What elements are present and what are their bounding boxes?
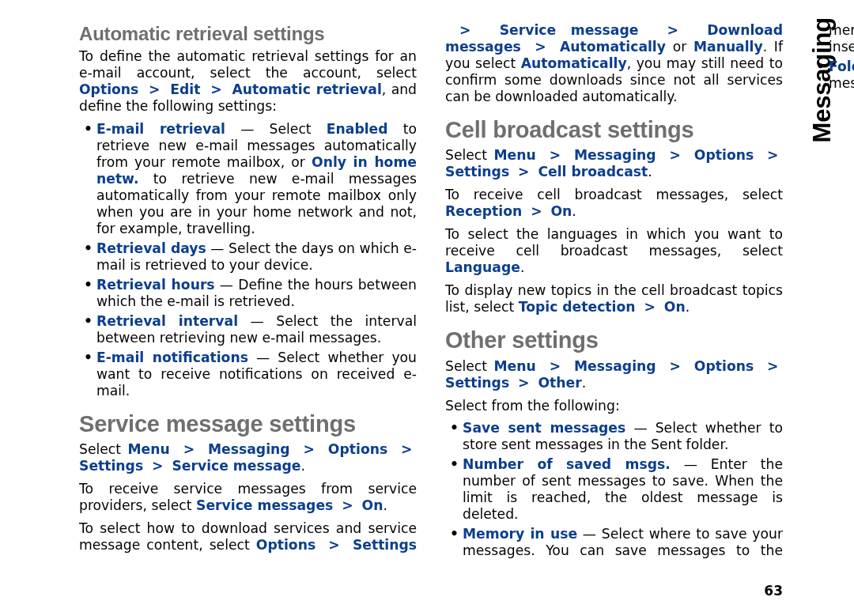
chevron-right-icon: >	[149, 81, 160, 97]
chevron-right-icon: >	[644, 299, 655, 315]
text: — Select	[225, 121, 327, 137]
automatically-label: Automatically	[521, 55, 627, 71]
settings-label: Settings	[445, 164, 509, 180]
text: .	[648, 164, 652, 180]
options-label: Options	[694, 147, 754, 163]
term-email-notifications: E-mail notifications	[96, 350, 248, 365]
page-number: 63	[764, 583, 783, 599]
chevron-right-icon: >	[152, 458, 163, 474]
list-item: Save sent messages — Select whether to s…	[445, 420, 783, 453]
term-retrieval-days: Retrieval days	[96, 240, 206, 256]
chevron-right-icon: >	[210, 81, 221, 97]
service-receive: To receive service messages from service…	[79, 481, 417, 514]
on-label: On	[550, 203, 572, 219]
term-number-saved: Number of saved msgs.	[463, 456, 671, 472]
text: To define the automatic retrieval settin…	[79, 48, 417, 81]
chevron-right-icon: >	[401, 441, 412, 457]
auto-intro: To define the automatic retrieval settin…	[79, 48, 417, 115]
content-columns: Automatic retrieval settings To define t…	[79, 22, 783, 561]
chevron-right-icon: >	[518, 164, 529, 180]
heading-other-settings: Other settings	[445, 327, 783, 354]
text: .	[383, 497, 387, 513]
menu-label: Menu	[128, 441, 170, 457]
term-memory-in-use: Memory in use	[463, 526, 577, 542]
text: .	[686, 299, 690, 315]
chevron-right-icon: >	[518, 375, 529, 391]
cell-topic: To display new topics in the cell broadc…	[445, 282, 783, 316]
settings-label: Settings	[353, 537, 417, 553]
on-label: On	[362, 497, 384, 513]
automatically-label: Automatically	[560, 39, 666, 55]
chevron-right-icon: >	[767, 358, 778, 374]
text: Select	[79, 441, 128, 457]
list-item: Number of saved msgs. — Enter the number…	[445, 456, 783, 523]
chevron-right-icon: >	[550, 358, 561, 374]
chevron-right-icon: >	[670, 147, 681, 163]
menu-label: Menu	[494, 147, 536, 163]
manual-page: Messaging Automatic retrieval settings T…	[0, 0, 854, 616]
list-item: Retrieval hours — Define the hours betwe…	[79, 277, 417, 310]
other-select-from: Select from the following:	[445, 398, 783, 414]
enabled-label: Enabled	[327, 121, 388, 137]
list-item: Retrieval interval — Select the interval…	[79, 313, 417, 346]
chevron-right-icon: >	[550, 147, 561, 163]
manually-label: Manually	[693, 39, 763, 55]
chevron-right-icon: >	[535, 39, 546, 55]
heading-automatic-retrieval: Automatic retrieval settings	[79, 22, 417, 45]
term-retrieval-interval: Retrieval interval	[96, 313, 238, 329]
cell-broadcast-label: Cell broadcast	[538, 164, 648, 180]
term-email-retrieval: E-mail retrieval	[96, 121, 225, 137]
auto-list: E-mail retrieval — Select Enabled to ret…	[79, 121, 417, 399]
service-message-label: Service message	[172, 458, 300, 474]
service-messages-label: Service messages	[196, 497, 333, 513]
text: .	[520, 259, 524, 275]
topic-detection-label: Topic detection	[519, 299, 636, 315]
chevron-right-icon: >	[459, 22, 470, 38]
term-retrieval-hours: Retrieval hours	[96, 277, 215, 293]
list-item: E-mail notifications — Select whether yo…	[79, 350, 417, 399]
service-nav: Select Menu > Messaging > Options > Sett…	[79, 441, 417, 474]
cell-receive: To receive cell broadcast messages, sele…	[445, 187, 783, 220]
chevron-right-icon: >	[328, 537, 339, 553]
text: to retrieve new e-mail messages automati…	[96, 171, 417, 236]
chevron-right-icon: >	[183, 441, 195, 457]
chevron-right-icon: >	[342, 497, 353, 513]
menu-label: Menu	[494, 358, 536, 374]
automatic-retrieval-label: Automatic retrieval	[232, 81, 381, 97]
messaging-label: Messaging	[574, 358, 656, 374]
text: To receive cell broadcast messages, sele…	[445, 187, 783, 202]
chevron-right-icon: >	[667, 22, 678, 38]
options-label: Options	[694, 358, 754, 374]
settings-label: Settings	[79, 458, 143, 474]
options-label: Options	[328, 441, 387, 457]
text: .	[582, 375, 586, 391]
service-message-label: Service message	[500, 22, 639, 38]
text: or	[666, 39, 693, 55]
text: .	[300, 458, 304, 474]
other-nav: Select Menu > Messaging > Options > Sett…	[445, 358, 783, 391]
list-item: Retrieval days — Select the days on whic…	[79, 240, 417, 274]
text: Select	[445, 358, 494, 374]
chevron-right-icon: >	[670, 358, 681, 374]
options-label: Options	[256, 537, 316, 553]
on-label: On	[664, 299, 686, 315]
chevron-right-icon: >	[767, 147, 778, 163]
language-label: Language	[445, 259, 520, 275]
messaging-label: Messaging	[208, 441, 290, 457]
cell-lang: To select the languages in which you wan…	[445, 226, 783, 276]
term-save-sent: Save sent messages	[463, 420, 625, 436]
reception-label: Reception	[445, 203, 522, 219]
term-folder-view: Folder view	[829, 59, 854, 74]
options-label: Options	[79, 81, 138, 97]
text: .	[572, 203, 576, 219]
heading-cell-broadcast: Cell broadcast settings	[445, 116, 783, 144]
settings-label: Settings	[445, 375, 509, 391]
cell-nav: Select Menu > Messaging > Options > Sett…	[445, 147, 783, 180]
text: To select the languages in which you wan…	[445, 226, 783, 259]
chevron-right-icon: >	[304, 441, 315, 457]
list-item: E-mail retrieval — Select Enabled to ret…	[79, 121, 417, 237]
messaging-label: Messaging	[574, 147, 656, 163]
text: Select	[445, 147, 494, 163]
list-item: Folder view — Define how you want the me…	[811, 59, 854, 92]
other-label: Other	[538, 375, 581, 391]
